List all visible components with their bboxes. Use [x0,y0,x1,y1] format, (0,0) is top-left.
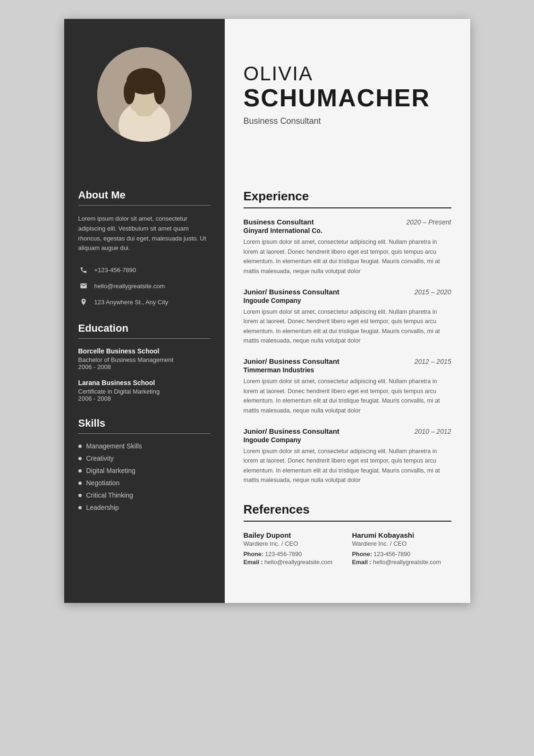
exp-desc-3: Lorem ipsum dolor sit amet, consectetur … [244,447,451,486]
exp-company-1: Ingoude Company [244,297,451,304]
address-contact: 123 Anywhere St., Any City [78,297,211,307]
phone-text: +123-456-7890 [94,266,136,274]
ref-email-label-0: Email : [244,559,264,566]
svg-point-6 [154,80,165,104]
bullet-5 [78,506,82,509]
skill-3: Negotiation [78,479,211,487]
ref-phone-label-1: Phone: [352,551,374,558]
education-title: Education [78,322,211,335]
exp-title-1: Junior/ Business Consultant [244,288,339,296]
bullet-0 [78,445,82,448]
edu-degree-1: Certificate in Digital Marketing [78,388,211,395]
exp-title-3: Junior/ Business Consultant [244,427,339,435]
bullet-1 [78,457,82,460]
location-icon [78,297,89,307]
exp-item-3: Junior/ Business Consultant 2010 – 2012 … [244,427,451,486]
experience-title: Experience [244,189,451,204]
avatar [97,47,192,142]
edu-item-1: Larana Business School Certificate in Di… [78,379,211,402]
edu-school-0: Borcelle Business School [78,347,211,355]
exp-item-0: Business Consultant 2020 – Present Ginya… [244,218,451,276]
experience-divider [244,207,451,208]
exp-item-1: Junior/ Business Consultant 2015 – 2020 … [244,288,451,346]
exp-desc-0: Lorem ipsum dolor sit amet, consectetur … [244,237,451,276]
exp-title-0: Business Consultant [244,218,314,226]
exp-desc-1: Lorem ipsum dolor sit amet, consectetur … [244,307,451,346]
email-icon [78,281,89,291]
edu-school-1: Larana Business School [78,379,211,387]
exp-date-1: 2015 – 2020 [415,288,451,296]
email-contact: hello@reallygreatsite.com [78,281,211,291]
phone-contact: +123-456-7890 [78,265,211,275]
ref-name-1: Harumi Kobayashi [352,531,451,539]
exp-header-0: Business Consultant 2020 – Present [244,218,451,226]
exp-header-3: Junior/ Business Consultant 2010 – 2012 [244,427,451,435]
skills-divider [78,433,211,434]
first-name: OLIVIA [244,63,451,85]
education-section: Education Borcelle Business School Bache… [78,322,211,402]
about-section: About Me Lorem ipsum dolor sit amet, con… [78,189,211,307]
bullet-3 [78,481,82,485]
ref-item-1: Harumi Kobayashi Wardiere Inc. / CEO Pho… [352,531,451,567]
header-left-panel [64,19,225,170]
skills-section: Skills Management Skills Creativity Digi… [78,417,211,511]
ref-company-0: Wardiere Inc. / CEO [244,540,343,547]
references-grid: Bailey Dupont Wardiere Inc. / CEO Phone:… [244,531,451,567]
references-divider [244,521,451,522]
edu-degree-0: Bachelor of Business Management [78,356,211,363]
bullet-4 [78,494,82,497]
ref-company-1: Wardiere Inc. / CEO [352,540,451,547]
email-text: hello@reallygreatsite.com [94,283,165,290]
exp-header-2: Junior/ Business Consultant 2012 – 2015 [244,357,451,365]
main-content: Experience Business Consultant 2020 – Pr… [225,170,470,603]
svg-rect-9 [136,103,153,116]
ref-phone-0: Phone: 123-456-7890 [244,551,343,558]
sidebar: About Me Lorem ipsum dolor sit amet, con… [64,170,225,603]
header-section: OLIVIA SCHUMACHER Business Consultant [64,19,470,170]
references-title: References [244,502,451,517]
ref-email-0: Email : hello@reallygreatsite.com [244,559,343,566]
exp-desc-2: Lorem ipsum dolor sit amet, consectetur … [244,377,451,416]
about-divider [78,205,211,206]
job-title: Business Consultant [244,116,451,126]
ref-phone-label-0: Phone: [244,551,265,558]
bullet-2 [78,469,82,472]
exp-title-2: Junior/ Business Consultant [244,357,339,365]
experience-section: Experience Business Consultant 2020 – Pr… [244,189,451,485]
about-text: Lorem ipsum dolor sit amet, consectetur … [78,214,211,253]
exp-item-2: Junior/ Business Consultant 2012 – 2015 … [244,357,451,416]
exp-date-0: 2020 – Present [407,218,451,226]
exp-header-1: Junior/ Business Consultant 2015 – 2020 [244,288,451,296]
edu-item-0: Borcelle Business School Bachelor of Bus… [78,347,211,370]
ref-email-1: Email : hello@reallygreatsite.com [352,559,451,566]
exp-company-0: Ginyard International Co. [244,227,451,234]
exp-company-2: Timmerman Industries [244,366,451,374]
skill-4: Critical Thinking [78,491,211,499]
svg-point-5 [124,80,135,104]
last-name: SCHUMACHER [244,85,451,112]
ref-name-0: Bailey Dupont [244,531,343,539]
exp-date-3: 2010 – 2012 [415,428,451,435]
exp-company-3: Ingoude Company [244,436,451,444]
edu-year-0: 2006 - 2008 [78,363,211,370]
ref-email-label-1: Email : [352,559,373,566]
about-title: About Me [78,189,211,201]
skill-1: Creativity [78,455,211,462]
body-section: About Me Lorem ipsum dolor sit amet, con… [64,170,470,603]
skills-list: Management Skills Creativity Digital Mar… [78,442,211,511]
skill-5: Leadership [78,504,211,511]
ref-phone-1: Phone: 123-456-7890 [352,551,451,558]
resume-container: OLIVIA SCHUMACHER Business Consultant Ab… [64,19,470,603]
education-divider [78,338,211,339]
ref-item-0: Bailey Dupont Wardiere Inc. / CEO Phone:… [244,531,343,567]
skills-title: Skills [78,417,211,430]
exp-date-2: 2012 – 2015 [415,358,451,365]
phone-icon [78,265,89,275]
skill-2: Digital Marketing [78,467,211,474]
edu-year-1: 2006 - 2008 [78,395,211,402]
skill-0: Management Skills [78,442,211,450]
header-right-panel: OLIVIA SCHUMACHER Business Consultant [225,19,470,170]
address-text: 123 Anywhere St., Any City [94,299,169,306]
references-section: References Bailey Dupont Wardiere Inc. /… [244,502,451,567]
